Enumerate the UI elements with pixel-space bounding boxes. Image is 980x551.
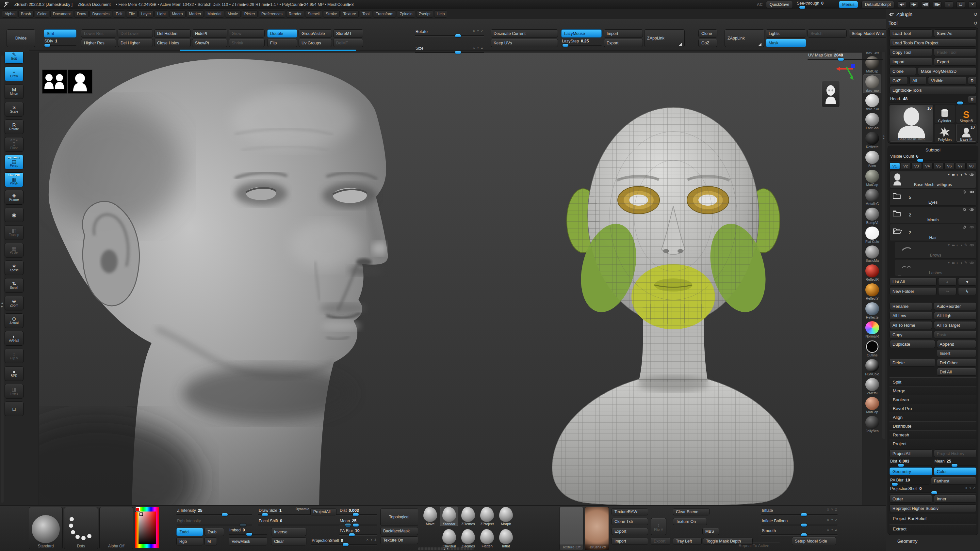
import-texture-button[interactable]: Import <box>611 538 648 545</box>
menu-item[interactable]: Stencil <box>305 10 322 17</box>
lights-button[interactable]: Lights <box>766 29 806 38</box>
copy-tool-button[interactable]: Copy Tool <box>889 48 932 56</box>
inner-button[interactable]: Inner <box>934 495 977 503</box>
subtool-folder-hair[interactable]: 2 Hair <box>889 224 977 241</box>
alpha-thumb-2[interactable] <box>68 70 92 94</box>
mean-shelf-slider[interactable]: Mean25 <box>339 519 377 526</box>
right-canvas-scrollbar[interactable]: ▲▼ <box>882 37 885 439</box>
hidept-button[interactable]: HidePt <box>192 29 228 38</box>
subtool-tab[interactable]: V4 <box>923 162 933 170</box>
rgb-intensity-slider[interactable]: Rgb Intensity <box>177 519 252 526</box>
dock-right-icon[interactable]: ≡▶ <box>910 1 918 8</box>
menu-item[interactable]: Render <box>286 10 304 17</box>
projection-shell-shelf-slider[interactable]: ProjectionShell0X Y Z <box>311 538 377 545</box>
material-item[interactable]: Reflecte <box>863 131 881 150</box>
brush-quick-item[interactable]: Inflat <box>497 529 515 548</box>
menu-item[interactable]: Transform <box>373 10 396 17</box>
subtool-tab[interactable]: V6 <box>944 162 955 170</box>
all-to-home-button[interactable]: All To Home <box>889 321 932 329</box>
gear-icon[interactable] <box>962 225 967 229</box>
section-row[interactable]: Merge <box>889 386 977 395</box>
repeat-to-active-button[interactable]: Repeat To Active <box>736 542 781 549</box>
material-item[interactable]: NormalR <box>863 321 881 339</box>
projection-shell-slider[interactable]: ProjectionShell0X Y Z <box>889 486 977 493</box>
recent-tool-simplebrush[interactable]: S SimpleB <box>956 105 977 123</box>
material-item[interactable]: Reflecte <box>863 302 881 320</box>
new-folder-button[interactable]: New Folder <box>889 287 937 295</box>
rotate-mode-button[interactable]: R Rotate <box>5 119 24 134</box>
zplugin-reset-icon[interactable]: ↺ <box>974 12 977 17</box>
tool-palette-header[interactable]: Tool ↺ <box>888 19 978 27</box>
higher-res-button[interactable]: Higher Res <box>81 39 116 47</box>
groupvisible-button[interactable]: GroupVisible <box>299 29 332 38</box>
subtool-tab[interactable]: V8 <box>966 162 977 170</box>
left-canvas-scrollbar[interactable]: ◀▶ <box>1 56 3 503</box>
export-button[interactable]: Export <box>604 39 643 47</box>
textureraw-button[interactable]: TextureRAW <box>611 508 648 515</box>
menu-item[interactable]: Layer <box>138 10 154 17</box>
visible-count-slider[interactable]: Visible Count6 <box>889 154 977 161</box>
del-hidden-button[interactable]: Del Hidden <box>154 29 191 38</box>
xpose-button[interactable]: ∗ Xpose <box>5 260 24 275</box>
subtool-tab[interactable]: V7 <box>955 162 966 170</box>
menu-item[interactable]: Picker <box>242 10 258 17</box>
del-other-button[interactable]: Del Other <box>937 359 977 367</box>
head-r-button[interactable]: R <box>968 96 977 103</box>
viewmask-button[interactable]: ViewMask <box>229 537 267 545</box>
sdiv-slider[interactable]: SDiv1 <box>44 39 76 46</box>
material-item[interactable]: Blinn <box>863 150 881 169</box>
setup-model-side-button[interactable]: Setup Model Side <box>792 537 836 545</box>
menu-item[interactable]: Edit <box>113 10 125 17</box>
material-item[interactable]: FastSha <box>863 112 881 131</box>
move-down-button[interactable]: ▼ <box>958 278 977 286</box>
brush-quick-item[interactable]: ClayBuil <box>440 529 458 548</box>
section-row[interactable]: Distribute <box>889 421 977 430</box>
texture-on-button[interactable]: Texture On <box>380 536 418 544</box>
scroll-down-icon[interactable]: ▼ <box>447 548 449 550</box>
inflate-slider[interactable]: InflateX Y Z <box>761 508 838 515</box>
flip-v-texture-button[interactable]: ↕ Flip V <box>651 518 667 535</box>
material-item[interactable]: MatCap <box>863 169 881 188</box>
menu-item[interactable]: Stroke <box>323 10 340 17</box>
zoom-canvas-button[interactable]: ⊕ Zoom <box>5 296 24 310</box>
zadd-button[interactable]: Zadd <box>177 528 203 536</box>
material-item[interactable]: JellyBea <box>863 415 881 434</box>
project-basrelief-section[interactable]: Project BasRelief <box>889 514 977 522</box>
scroll-right-icon[interactable]: ▶ <box>1 305 3 308</box>
move-out-folder-button[interactable]: ↪ <box>938 287 956 295</box>
scroll-up-icon[interactable]: ▲ <box>883 135 885 137</box>
append-button[interactable]: Append <box>937 340 977 348</box>
menu-item[interactable]: File <box>126 10 137 17</box>
menu-item[interactable]: Color <box>35 10 49 17</box>
frame-button[interactable]: ◈ Frame <box>5 190 24 205</box>
geometry-section-header[interactable]: Geometry <box>888 537 978 545</box>
menu-item[interactable]: Macro <box>169 10 185 17</box>
polypaint-brush-icon[interactable]: ✎ <box>964 172 967 176</box>
section-row[interactable]: Bevel Pro <box>889 404 977 413</box>
close-icon[interactable]: ✕ <box>968 1 977 8</box>
subtool-item-lashes[interactable]: ▾●●◖◑✎ Lashes <box>895 259 977 276</box>
project-geometry-button[interactable]: Geometry <box>889 467 932 475</box>
menu-item[interactable]: Texture <box>341 10 359 17</box>
bpr-render-button[interactable]: ● BPR <box>5 366 24 381</box>
eye-visibility-icon[interactable] <box>969 243 974 247</box>
head-slider[interactable]: Head.48 <box>889 97 966 103</box>
subtool-tab[interactable]: V3 <box>912 162 922 170</box>
storemt-button[interactable]: StoreMT <box>333 29 363 38</box>
mbs-button[interactable]: MBS <box>702 528 719 535</box>
material-item[interactable]: Outline <box>863 340 881 358</box>
brush-quick-item[interactable]: Morph <box>497 507 515 526</box>
current-alpha-thumb[interactable]: Alpha Off <box>99 507 133 549</box>
rgb-button[interactable]: Rgb <box>177 537 203 545</box>
topological-button[interactable]: Topological <box>380 508 418 526</box>
scroll-up-icon[interactable]: ▲ <box>443 548 445 550</box>
menu-item[interactable]: Material <box>205 10 224 17</box>
menus-button[interactable]: Menus <box>838 1 858 8</box>
goz-visible-button[interactable]: Visible <box>928 77 966 84</box>
polyframe-button[interactable]: Line Fill ▦ PolyF <box>5 172 24 187</box>
brush-quick-item[interactable]: Move <box>422 507 439 526</box>
texture-on-shelf-button[interactable]: Texture On <box>673 518 707 525</box>
menu-item[interactable]: Draw <box>74 10 89 17</box>
material-item[interactable]: MatCap <box>863 396 881 415</box>
material-item[interactable]: ReflectR <box>863 264 881 283</box>
